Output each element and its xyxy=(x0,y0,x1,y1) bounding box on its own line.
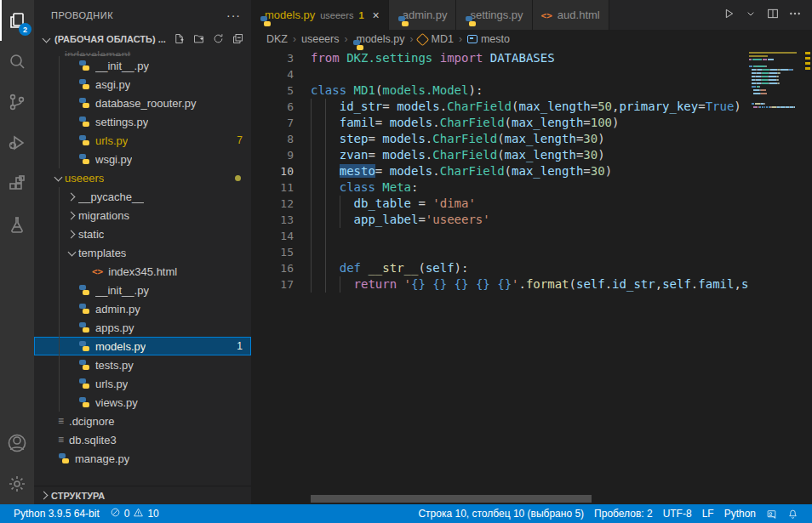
horizontal-scrollbar[interactable] xyxy=(311,495,592,503)
tree-item-settings.py[interactable]: settings.py xyxy=(34,112,251,131)
code-line-5[interactable]: 5class MD1(models.Model): xyxy=(251,82,749,99)
python-interpreter[interactable]: Python 3.9.5 64-bit xyxy=(9,508,105,520)
code-area[interactable]: 3from DKZ.settings import DATABASES45cla… xyxy=(251,50,749,504)
more-actions-icon[interactable] xyxy=(788,7,802,24)
new-folder-icon[interactable] xyxy=(192,32,205,47)
tree-item-static[interactable]: static xyxy=(34,225,251,243)
minimap[interactable] xyxy=(749,50,803,504)
tree-item-__pycache__[interactable]: __pycache__ xyxy=(34,187,251,206)
code-line-15[interactable]: 15 xyxy=(251,244,749,260)
code-line-10[interactable]: 10mesto= models.CharField(max_length=30) xyxy=(251,163,749,179)
search-icon[interactable] xyxy=(0,41,34,82)
tree-item-apps.py[interactable]: apps.py xyxy=(34,318,251,337)
extensions-icon[interactable] xyxy=(0,163,34,204)
code-line-4[interactable]: 4 xyxy=(251,66,749,82)
code-token: , xyxy=(655,277,662,291)
cursor-position[interactable]: Строка 10, столбец 10 (выбрано 5) xyxy=(413,508,589,520)
code-line-12[interactable]: 12db_table = 'dima' xyxy=(251,196,749,212)
breadcrumb-item-useeers[interactable]: useeers xyxy=(301,33,339,45)
outline-section-header[interactable]: СТРУКТУРА xyxy=(34,486,251,504)
breadcrumb-item-models.py[interactable]: models.py xyxy=(352,33,404,45)
code-token: CharField xyxy=(432,148,497,162)
code-line-3[interactable]: 3from DKZ.settings import DATABASES xyxy=(251,50,749,66)
code-token xyxy=(346,83,353,97)
code-line-17[interactable]: 17return '{} {} {} {} {}'.format(self.id… xyxy=(251,276,749,293)
tree-item-templates[interactable]: templates xyxy=(34,243,251,262)
split-editor-icon[interactable] xyxy=(766,7,780,24)
tree-item-label: admin.py xyxy=(95,303,140,316)
breadcrumb-label: models.py xyxy=(356,33,404,45)
code-token: ' xyxy=(512,277,518,291)
tree-item-useeers[interactable]: useeers xyxy=(34,168,251,187)
explorer-icon[interactable]: 2 xyxy=(0,0,34,41)
code-token: db_table xyxy=(354,196,411,210)
breadcrumb-item-mesto[interactable]: mesto xyxy=(467,33,510,45)
code-token xyxy=(483,51,489,65)
tab-models.py[interactable]: models.pyuseeers1× xyxy=(251,0,389,30)
close-icon[interactable]: × xyxy=(373,9,380,22)
code-line-14[interactable]: 14 xyxy=(251,228,749,244)
code-token: ( xyxy=(418,261,425,275)
code-line-13[interactable]: 13app_label='useeers' xyxy=(251,212,749,228)
overview-ruler[interactable] xyxy=(803,48,812,504)
tab-aud.html[interactable]: <>aud.html xyxy=(533,0,609,30)
run-icon[interactable] xyxy=(722,7,735,24)
tree-item-asgi.py[interactable]: asgi.py xyxy=(34,75,251,94)
code-token: = xyxy=(382,99,397,113)
tree-item-label: static xyxy=(78,228,104,241)
eol-indicator[interactable]: LF xyxy=(697,508,719,520)
tree-item-manage.py[interactable]: manage.py xyxy=(34,449,251,468)
collapse-all-icon[interactable] xyxy=(232,32,244,47)
bell-icon[interactable] xyxy=(782,509,803,520)
feedback-icon[interactable] xyxy=(761,509,782,520)
workspace-section-header[interactable]: (РАБОЧАЯ ОБЛАСТЬ) ... xyxy=(34,30,251,48)
run-dropdown-icon[interactable] xyxy=(744,7,758,24)
code-line-16[interactable]: 16def __str__(self): xyxy=(251,260,749,276)
tab-admin.py[interactable]: admin.py xyxy=(389,0,457,30)
code-line-7[interactable]: 7famil= models.CharField(max_length=100) xyxy=(251,115,749,131)
indentation[interactable]: Пробелов: 2 xyxy=(589,508,658,520)
refresh-icon[interactable] xyxy=(212,32,225,47)
source-control-icon[interactable] xyxy=(0,82,34,122)
code-token: __str__ xyxy=(368,261,418,275)
tree-item-.dcignore[interactable]: ≡.dcignore xyxy=(34,412,251,430)
code-editor[interactable]: 3from DKZ.settings import DATABASES45cla… xyxy=(251,48,812,504)
run-debug-icon[interactable] xyxy=(0,122,34,163)
problems-indicator[interactable]: 010 xyxy=(105,507,164,520)
code-line-11[interactable]: 11class Meta: xyxy=(251,179,749,196)
breadcrumb-item-DKZ[interactable]: DKZ xyxy=(266,33,288,45)
tree-item-__init__.py[interactable]: __init__.py xyxy=(34,56,251,75)
tree-item-index345.html[interactable]: <>index345.html xyxy=(34,262,251,281)
settings-icon[interactable] xyxy=(0,463,34,504)
tab-settings.py[interactable]: settings.py xyxy=(456,0,532,30)
tree-item-tests.py[interactable]: tests.py xyxy=(34,355,251,374)
tree-item-db.sqlite3[interactable]: ≡db.sqlite3 xyxy=(34,430,251,449)
code-token: MD1 xyxy=(354,83,375,97)
account-icon[interactable] xyxy=(0,423,34,463)
new-file-icon[interactable] xyxy=(173,32,186,47)
tree-item-database_roouter.py[interactable]: database_roouter.py xyxy=(34,94,251,112)
tree-item-wsgi.py[interactable]: wsgi.py xyxy=(34,150,251,168)
tree-item-migrations[interactable]: migrations xyxy=(34,206,251,225)
clipped-tree-item[interactable]: indexelement xyxy=(34,48,251,56)
python-file-icon xyxy=(78,60,90,71)
code-line-8[interactable]: 8step= models.CharField(max_length=30) xyxy=(251,131,749,147)
code-line-6[interactable]: 6id_str= models.CharField(max_length=50,… xyxy=(251,99,749,115)
breadcrumb-item-MD1[interactable]: MD1 xyxy=(418,33,453,45)
code-line-9[interactable]: 9zvan= models.CharField(max_length=30) xyxy=(251,147,749,163)
code-token: = xyxy=(411,196,432,210)
code-token: zvan xyxy=(340,148,369,162)
language-mode[interactable]: Python xyxy=(719,508,761,520)
tree-item-admin.py[interactable]: admin.py xyxy=(34,299,251,318)
tree-item-__init__.py[interactable]: __init__.py xyxy=(34,281,251,299)
minimap-line xyxy=(749,96,803,98)
tree-item-models.py[interactable]: models.py1 xyxy=(34,337,251,355)
encoding[interactable]: UTF-8 xyxy=(658,508,697,520)
testing-icon[interactable] xyxy=(0,204,34,245)
tree-item-views.py[interactable]: views.py xyxy=(34,393,251,412)
tree-item-urls.py[interactable]: urls.py xyxy=(34,374,251,393)
workspace-section-label: (РАБОЧАЯ ОБЛАСТЬ) ... xyxy=(54,34,166,44)
sidebar-more-actions-icon[interactable]: ··· xyxy=(226,9,241,22)
tree-item-urls.py[interactable]: urls.py7 xyxy=(34,131,251,150)
chevron-right-icon xyxy=(65,208,78,222)
